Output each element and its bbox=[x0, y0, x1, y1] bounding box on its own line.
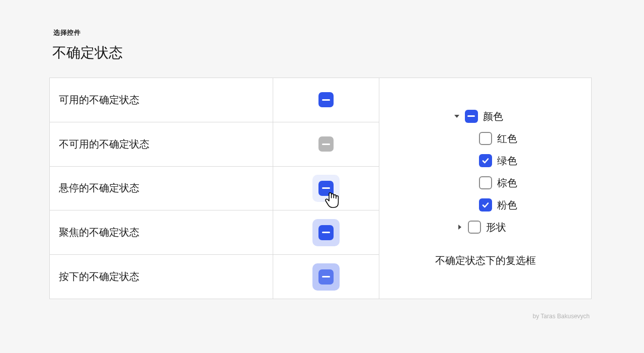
chevron-right-icon[interactable] bbox=[457, 224, 463, 230]
checkbox-tree: 颜色 红色 绿色 棕色 bbox=[454, 110, 517, 234]
example-column: 颜色 红色 绿色 棕色 bbox=[379, 78, 591, 299]
checkbox-indeterminate-enabled[interactable] bbox=[318, 92, 334, 107]
state-label: 按下的不确定状态 bbox=[50, 255, 273, 299]
checkbox-indeterminate-color[interactable] bbox=[465, 110, 478, 123]
tree-label: 红色 bbox=[497, 133, 517, 144]
tree-child-green[interactable]: 绿色 bbox=[454, 154, 517, 167]
content-panel: 可用的不确定状态 不可用的不确定状态 悬停的不确定状态 bbox=[49, 78, 592, 299]
tree-label: 粉色 bbox=[497, 200, 517, 210]
checkbox-unchecked[interactable] bbox=[468, 221, 481, 234]
state-demo-disabled bbox=[273, 122, 379, 166]
tree-child-pink[interactable]: 粉色 bbox=[454, 198, 517, 211]
state-row-disabled: 不可用的不确定状态 bbox=[50, 122, 379, 167]
state-row-enabled: 可用的不确定状态 bbox=[50, 78, 379, 122]
state-label: 聚焦的不确定状态 bbox=[50, 210, 273, 254]
tree-child-red[interactable]: 红色 bbox=[454, 132, 517, 145]
focus-halo bbox=[312, 219, 340, 246]
checkbox-unchecked[interactable] bbox=[479, 132, 492, 145]
example-caption: 不确定状态下的复选框 bbox=[435, 254, 536, 267]
page: 选择控件 不确定状态 可用的不确定状态 不可用的不确定状态 悬停的不确定状态 bbox=[0, 0, 644, 299]
state-row-pressed: 按下的不确定状态 bbox=[50, 255, 379, 299]
state-demo-focus bbox=[273, 210, 379, 254]
credit-text: by Taras Bakusevych bbox=[533, 313, 590, 320]
checkbox-checked[interactable] bbox=[479, 154, 492, 167]
tree-label: 棕色 bbox=[497, 178, 517, 188]
tree-child-brown[interactable]: 棕色 bbox=[454, 176, 517, 189]
page-title: 不确定状态 bbox=[52, 43, 595, 62]
press-halo bbox=[312, 263, 340, 291]
tree-label: 形状 bbox=[486, 222, 506, 232]
state-label: 悬停的不确定状态 bbox=[50, 167, 273, 210]
checkbox-indeterminate-hover[interactable] bbox=[318, 181, 334, 196]
state-demo-hover bbox=[273, 167, 379, 210]
state-row-focus: 聚焦的不确定状态 bbox=[50, 210, 379, 255]
tree-parent-color[interactable]: 颜色 bbox=[454, 110, 517, 123]
state-label: 可用的不确定状态 bbox=[50, 78, 273, 122]
section-eyebrow: 选择控件 bbox=[53, 28, 595, 37]
checkbox-checked[interactable] bbox=[479, 198, 492, 211]
checkbox-unchecked[interactable] bbox=[479, 176, 492, 189]
state-label: 不可用的不确定状态 bbox=[50, 122, 273, 166]
tree-sibling-shape[interactable]: 形状 bbox=[454, 221, 517, 234]
state-demo-enabled bbox=[273, 78, 379, 122]
checkbox-indeterminate-disabled bbox=[318, 136, 334, 152]
hover-halo bbox=[312, 175, 340, 202]
chevron-down-icon[interactable] bbox=[454, 113, 460, 119]
states-column: 可用的不确定状态 不可用的不确定状态 悬停的不确定状态 bbox=[50, 78, 379, 299]
tree-label: 颜色 bbox=[483, 111, 503, 121]
state-demo-pressed bbox=[273, 255, 379, 299]
checkbox-indeterminate-focus[interactable] bbox=[318, 225, 334, 240]
checkbox-indeterminate-pressed[interactable] bbox=[318, 269, 334, 285]
state-row-hover: 悬停的不确定状态 bbox=[50, 167, 379, 211]
tree-label: 绿色 bbox=[497, 156, 517, 166]
